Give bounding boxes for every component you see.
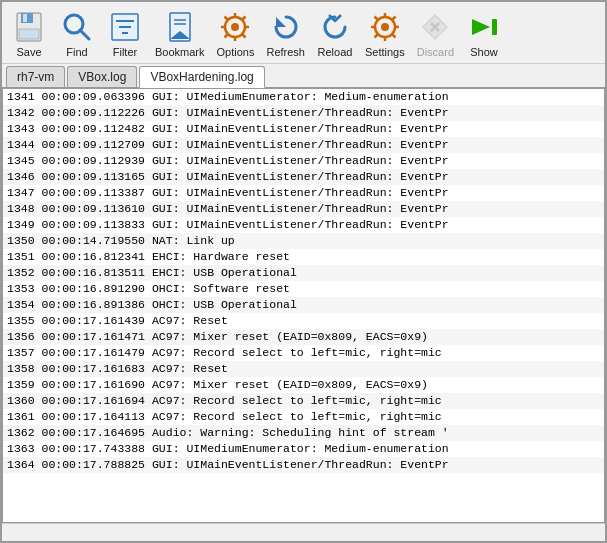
log-line: 1341 00:00:09.063396 GUI: UIMediumEnumer… (3, 89, 604, 105)
discard-label: Discard (417, 46, 454, 58)
svg-line-5 (80, 30, 89, 39)
reload-button[interactable]: Reload (312, 6, 358, 63)
log-line: 1351 00:00:16.812341 EHCI: Hardware rese… (3, 249, 604, 265)
tab-bar: rh7-vm VBox.log VBoxHardening.log (2, 64, 605, 88)
log-line: 1354 00:00:16.891386 OHCI: USB Operation… (3, 297, 604, 313)
log-line: 1361 00:00:17.164113 AC97: Record select… (3, 409, 604, 425)
svg-marker-38 (472, 19, 490, 35)
svg-line-32 (392, 34, 396, 38)
bookmark-label: Bookmark (155, 46, 205, 58)
svg-line-34 (374, 34, 378, 38)
log-line: 1364 00:00:17.788825 GUI: UIMainEventLis… (3, 457, 604, 473)
settings-button[interactable]: Settings (360, 6, 410, 63)
log-line: 1360 00:00:17.161694 AC97: Record select… (3, 393, 604, 409)
log-line: 1352 00:00:16.813511 EHCI: USB Operation… (3, 265, 604, 281)
log-line: 1347 00:00:09.113387 GUI: UIMainEventLis… (3, 185, 604, 201)
options-button[interactable]: Options (212, 6, 260, 63)
options-label: Options (217, 46, 255, 58)
settings-label: Settings (365, 46, 405, 58)
find-icon (59, 9, 95, 45)
svg-line-31 (374, 17, 378, 21)
settings-icon (367, 9, 403, 45)
log-line: 1348 00:00:09.113610 GUI: UIMainEventLis… (3, 201, 604, 217)
svg-point-15 (231, 23, 239, 31)
log-line: 1353 00:00:16.891290 OHCI: Software rese… (3, 281, 604, 297)
filter-icon (107, 9, 143, 45)
log-view[interactable]: 1341 00:00:09.063396 GUI: UIMediumEnumer… (2, 88, 605, 523)
log-line: 1346 00:00:09.113165 GUI: UIMainEventLis… (3, 169, 604, 185)
show-icon (466, 9, 502, 45)
show-button[interactable]: Show (461, 6, 507, 63)
svg-marker-24 (276, 17, 286, 27)
svg-rect-2 (23, 14, 27, 22)
reload-icon (317, 9, 353, 45)
log-line: 1349 00:00:09.113833 GUI: UIMainEventLis… (3, 217, 604, 233)
tab-rh7-vm[interactable]: rh7-vm (6, 66, 65, 87)
log-line: 1358 00:00:17.161683 AC97: Reset (3, 361, 604, 377)
refresh-label: Refresh (266, 46, 305, 58)
show-label: Show (470, 46, 498, 58)
log-line: 1359 00:00:17.161690 AC97: Mixer reset (… (3, 377, 604, 393)
bookmark-button[interactable]: Bookmark (150, 6, 210, 63)
filter-button[interactable]: Filter (102, 6, 148, 63)
save-button[interactable]: Save (6, 6, 52, 63)
find-button[interactable]: Find (54, 6, 100, 63)
toolbar: Save Find Filter (2, 2, 605, 64)
svg-line-21 (242, 34, 246, 38)
options-icon (217, 9, 253, 45)
save-label: Save (16, 46, 41, 58)
discard-icon (417, 9, 453, 45)
log-line: 1363 00:00:17.743388 GUI: UIMediumEnumer… (3, 441, 604, 457)
filter-label: Filter (113, 46, 137, 58)
refresh-button[interactable]: Refresh (261, 6, 310, 63)
svg-line-20 (225, 17, 229, 21)
log-line: 1344 00:00:09.112709 GUI: UIMainEventLis… (3, 137, 604, 153)
log-line: 1356 00:00:17.161471 AC97: Mixer reset (… (3, 329, 604, 345)
log-line: 1350 00:00:14.719550 NAT: Link up (3, 233, 604, 249)
tab-vbox-log[interactable]: VBox.log (67, 66, 137, 87)
svg-line-23 (225, 34, 229, 38)
svg-point-26 (381, 23, 389, 31)
reload-label: Reload (318, 46, 353, 58)
status-bar (2, 523, 605, 541)
svg-line-33 (392, 17, 396, 21)
log-line: 1357 00:00:17.161479 AC97: Record select… (3, 345, 604, 361)
discard-button[interactable]: Discard (412, 6, 459, 63)
svg-line-22 (242, 17, 246, 21)
log-line: 1342 00:00:09.112226 GUI: UIMainEventLis… (3, 105, 604, 121)
svg-rect-39 (492, 19, 497, 35)
svg-rect-3 (19, 29, 39, 39)
refresh-icon (268, 9, 304, 45)
log-line: 1345 00:00:09.112939 GUI: UIMainEventLis… (3, 153, 604, 169)
log-line: 1362 00:00:17.164695 Audio: Warning: Sch… (3, 425, 604, 441)
find-label: Find (66, 46, 87, 58)
save-icon (11, 9, 47, 45)
bookmark-icon (162, 9, 198, 45)
log-line: 1343 00:00:09.112482 GUI: UIMainEventLis… (3, 121, 604, 137)
log-line: 1355 00:00:17.161439 AC97: Reset (3, 313, 604, 329)
main-window: Save Find Filter (0, 0, 607, 543)
tab-vbox-hardening[interactable]: VBoxHardening.log (139, 66, 264, 88)
